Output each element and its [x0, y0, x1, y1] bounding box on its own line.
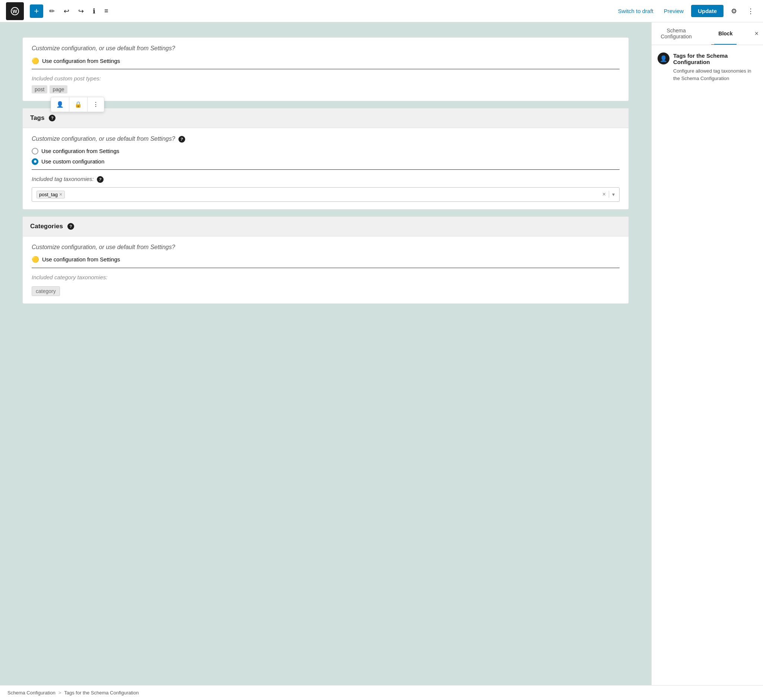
sidebar-section-title: Tags for the Schema Configuration — [673, 53, 757, 65]
chip-page: page — [50, 85, 67, 94]
included-tag-text: Included tag taxonomies: — [32, 176, 94, 182]
radio-yellow-icon-cat: 🟡 — [32, 256, 39, 263]
info-icon: ℹ — [93, 7, 96, 15]
sidebar-section-desc: Configure allowed tag taxonomies in the … — [673, 67, 757, 82]
use-settings-label-top: Use configuration from Settings — [42, 58, 120, 64]
tag-taxonomy-select[interactable]: post_tag × × ▾ — [32, 187, 620, 202]
more-options-button[interactable]: ⋮ — [744, 5, 757, 17]
lock-icon: 🔒 — [75, 101, 82, 108]
tags-radio-group: Use configuration from Settings Use cust… — [32, 148, 620, 165]
divider-categories — [32, 268, 620, 268]
use-settings-radio-top[interactable]: 🟡 Use configuration from Settings — [32, 57, 620, 64]
divider-top — [32, 69, 620, 69]
use-settings-radio-categories[interactable]: 🟡 Use configuration from Settings — [32, 256, 620, 263]
config-question-label-top: Customize configuration, or use default … — [32, 45, 620, 52]
tab-schema-configuration[interactable]: Schema Configuration — [652, 22, 701, 45]
radio-empty-circle — [32, 148, 38, 155]
block-more-button[interactable]: ⋮ — [88, 97, 104, 112]
person-icon: 👤 — [660, 55, 667, 62]
block-lock-icon-button[interactable]: 🔒 — [69, 97, 88, 112]
select-clear-button[interactable]: × — [602, 191, 606, 198]
categories-body: Customize configuration, or use default … — [23, 236, 628, 303]
categories-block: Categories ? Customize configuration, or… — [22, 216, 629, 304]
included-category-label: Included category taxonomies: — [32, 274, 620, 280]
tag-value-label: post_tag — [39, 192, 58, 197]
sidebar-close-button[interactable]: × — [750, 22, 763, 45]
sidebar-content: 👤 Tags for the Schema Configuration Conf… — [652, 45, 763, 94]
wp-logo: W — [6, 2, 24, 20]
tag-selected-item: post_tag × — [36, 191, 65, 198]
list-view-button[interactable]: ≡ — [101, 5, 111, 17]
included-post-types-label: Included custom post types: — [32, 75, 620, 81]
toolbar-left: W + ✏ ↩ ↪ ℹ ≡ — [6, 2, 612, 20]
main-layout: 👤 🔒 ⋮ Customize configuration, or use de… — [0, 22, 763, 685]
user-icon: 👤 — [56, 101, 64, 108]
post-type-chips: post page — [32, 85, 620, 94]
sidebar-tabs: Schema Configuration Block × — [652, 22, 763, 45]
tags-block: Tags ? Customize configuration, or use d… — [22, 108, 629, 209]
included-tag-taxonomies-label: Included tag taxonomies: ? — [32, 176, 620, 183]
use-settings-label-categories: Use configuration from Settings — [42, 256, 120, 262]
tab-block[interactable]: Block — [701, 22, 750, 45]
toolbar-right: Switch to draft Preview Update ⚙ ⋮ — [615, 5, 757, 17]
sidebar-section-header: 👤 Tags for the Schema Configuration Conf… — [658, 53, 757, 82]
plus-icon: + — [34, 6, 39, 16]
list-icon: ≡ — [104, 7, 108, 15]
preview-button[interactable]: Preview — [661, 6, 687, 16]
redo-icon: ↪ — [78, 7, 84, 15]
categories-header: Categories ? — [23, 217, 628, 236]
tags-help-icon[interactable]: ? — [49, 115, 55, 121]
radio-settings-label: Use configuration from Settings — [41, 148, 119, 154]
toolbar: W + ✏ ↩ ↪ ℹ ≡ Switch to draft Preview Up… — [0, 0, 763, 22]
floating-block-toolbar: 👤 🔒 ⋮ — [51, 97, 104, 112]
gear-icon: ⚙ — [731, 8, 737, 15]
add-block-button[interactable]: + — [30, 5, 43, 18]
edit-button[interactable]: ✏ — [46, 5, 58, 17]
radio-use-settings[interactable]: Use configuration from Settings — [32, 148, 620, 155]
category-chip: category — [32, 286, 60, 296]
undo-icon: ↩ — [64, 7, 69, 15]
radio-use-custom[interactable]: Use custom configuration — [32, 158, 620, 165]
breadcrumb: Schema Configuration > Tags for the Sche… — [0, 685, 763, 700]
breadcrumb-separator: > — [58, 690, 61, 695]
block-user-icon-button[interactable]: 👤 — [51, 97, 69, 112]
svg-text:W: W — [13, 9, 17, 14]
undo-button[interactable]: ↩ — [61, 5, 72, 17]
sidebar-person-icon: 👤 — [658, 53, 669, 64]
tags-header: Tags ? — [23, 108, 628, 128]
custom-post-types-block: Customize configuration, or use default … — [22, 37, 629, 101]
custom-post-types-body: Customize configuration, or use default … — [23, 38, 628, 101]
tags-config-help-icon[interactable]: ? — [179, 136, 185, 142]
chip-post: post — [32, 85, 47, 94]
categories-help-icon[interactable]: ? — [67, 223, 74, 230]
dots-icon: ⋮ — [93, 101, 99, 108]
select-arrow-button[interactable]: ▾ — [612, 191, 615, 197]
tag-remove-button[interactable]: × — [59, 192, 62, 197]
tags-title: Tags — [30, 114, 44, 122]
settings-button[interactable]: ⚙ — [728, 5, 740, 17]
radio-yellow-icon: 🟡 — [32, 57, 39, 64]
switch-draft-button[interactable]: Switch to draft — [615, 6, 656, 16]
radio-custom-label: Use custom configuration — [41, 158, 104, 164]
config-question-text-tags: Customize configuration, or use default … — [32, 136, 175, 142]
update-button[interactable]: Update — [691, 5, 724, 17]
editor-area: 👤 🔒 ⋮ Customize configuration, or use de… — [0, 22, 651, 685]
tags-body: Customize configuration, or use default … — [23, 128, 628, 209]
redo-button[interactable]: ↪ — [75, 5, 87, 17]
radio-filled-circle — [32, 158, 38, 165]
breadcrumb-item-2: Tags for the Schema Configuration — [64, 690, 139, 695]
right-sidebar: Schema Configuration Block × 👤 Tags for … — [651, 22, 763, 685]
ellipsis-icon: ⋮ — [747, 8, 754, 15]
breadcrumb-item-1: Schema Configuration — [8, 690, 55, 695]
select-divider — [609, 191, 609, 198]
sidebar-text: Tags for the Schema Configuration Config… — [673, 53, 757, 82]
categories-title: Categories — [30, 223, 63, 230]
included-tag-help-icon[interactable]: ? — [97, 176, 103, 183]
multi-select-left: post_tag × — [36, 191, 602, 198]
config-question-label-tags: Customize configuration, or use default … — [32, 136, 620, 142]
multi-select-actions: × ▾ — [602, 191, 615, 198]
info-button[interactable]: ℹ — [90, 5, 98, 17]
config-question-label-categories: Customize configuration, or use default … — [32, 244, 620, 251]
divider-tags — [32, 169, 620, 170]
pencil-icon: ✏ — [49, 7, 55, 15]
